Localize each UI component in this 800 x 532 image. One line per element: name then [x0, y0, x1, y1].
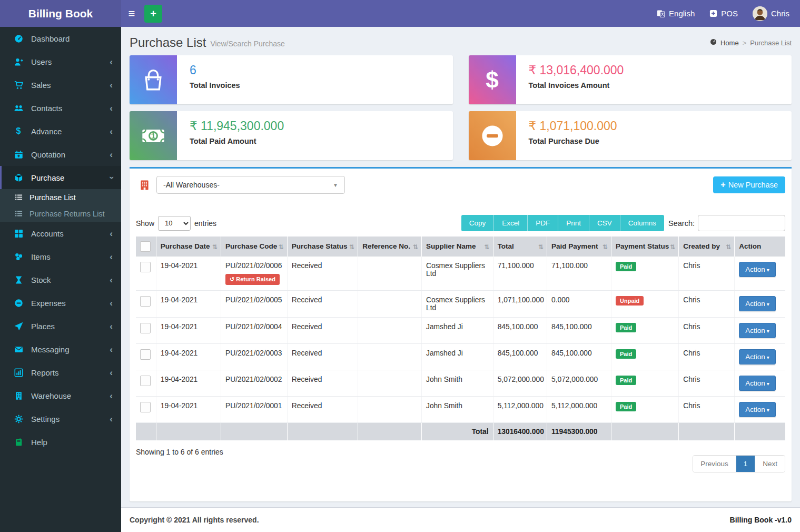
page-title: Purchase List: [130, 35, 206, 50]
select-all-checkbox[interactable]: [140, 241, 151, 252]
col-payment-status[interactable]: Payment Status⇅: [611, 237, 679, 257]
select-all-header[interactable]: [136, 237, 156, 257]
print-button[interactable]: Print: [558, 215, 589, 231]
action-button[interactable]: Action▾: [739, 376, 776, 391]
col-purchase-status[interactable]: Purchase Status⇅: [287, 237, 358, 257]
action-button[interactable]: Action▾: [739, 323, 776, 338]
pos-menu[interactable]: POS: [709, 9, 738, 18]
sidebar-item-label: Items: [31, 252, 51, 261]
row-checkbox[interactable]: [140, 376, 151, 386]
quick-add-button[interactable]: +: [144, 5, 162, 23]
cell-created-by: Chris: [679, 397, 735, 423]
calendar-plus-icon: [13, 150, 24, 159]
col-purchase-code[interactable]: Purchase Code⇅: [221, 237, 288, 257]
sidebar-subitem-label: Purchase Returns List: [29, 210, 105, 218]
row-checkbox[interactable]: [140, 402, 151, 412]
cell-reference-no: [358, 397, 422, 423]
row-checkbox[interactable]: [140, 296, 151, 307]
cell-action: Action▾: [735, 257, 785, 291]
sidebar-item-contacts[interactable]: Contacts ‹: [0, 96, 121, 120]
sidebar-item-sales[interactable]: Sales ‹: [0, 73, 121, 96]
sidebar-item-label: Users: [31, 57, 52, 66]
pdf-button[interactable]: PDF: [528, 215, 558, 231]
svg-text:1: 1: [151, 131, 156, 140]
cell-action: Action▾: [735, 291, 785, 318]
cell-total: 5,112,000.000: [493, 397, 547, 423]
col-total[interactable]: Total⇅: [493, 237, 547, 257]
sidebar-toggle-button[interactable]: ≡: [121, 7, 142, 21]
sort-icon: ⇅: [413, 242, 418, 252]
csv-button[interactable]: CSV: [589, 215, 620, 231]
sidebar-item-reports[interactable]: Reports ‹: [0, 361, 121, 384]
version-text: Billing Book -v1.0: [730, 516, 792, 524]
sidebar-item-quotation[interactable]: Quotation ‹: [0, 143, 121, 166]
export-buttons: Copy Excel PDF Print CSV Columns: [461, 215, 664, 231]
previous-page-button[interactable]: Previous: [693, 456, 736, 472]
copyright-text: Copyright © 2021 All rights reserved.: [130, 516, 259, 524]
select-caret-icon: ▼: [333, 182, 338, 188]
sidebar-subitem-purchase-returns-list[interactable]: Purchase Returns List: [0, 205, 121, 222]
action-button[interactable]: Action▾: [739, 262, 776, 277]
sidebar-item-help[interactable]: Help: [0, 430, 121, 454]
excel-button[interactable]: Excel: [494, 215, 528, 231]
sidebar-item-warehouse[interactable]: Warehouse ‹: [0, 384, 121, 407]
language-menu[interactable]: English: [657, 9, 695, 18]
columns-button[interactable]: Columns: [620, 215, 664, 231]
col-supplier-name[interactable]: Supplier Name⇅: [422, 237, 493, 257]
cell-total: 845,100.000: [493, 318, 547, 344]
page-number-button[interactable]: 1: [736, 456, 755, 472]
search-input[interactable]: [698, 215, 785, 231]
col-reference-no[interactable]: Reference No.⇅: [358, 237, 422, 257]
sidebar-item-purchase[interactable]: Purchase ‹: [0, 166, 121, 189]
cell-created-by: Chris: [679, 257, 735, 291]
cell-payment-status: Paid: [611, 370, 679, 397]
language-icon: [657, 9, 665, 18]
sidebar-subitem-purchase-list[interactable]: Purchase List: [0, 189, 121, 205]
sidebar-item-accounts[interactable]: Accounts ‹: [0, 222, 121, 245]
cell-purchase-status: Received: [287, 291, 358, 318]
sidebar-item-users[interactable]: Users ‹: [0, 50, 121, 73]
sidebar-item-label: Stock: [31, 275, 51, 284]
minus-circle-icon: [469, 111, 516, 160]
book-icon: [13, 438, 24, 447]
sidebar-item-label: Quotation: [31, 150, 65, 159]
sidebar-item-places[interactable]: Places ‹: [0, 314, 121, 338]
sort-icon: ⇅: [349, 242, 354, 252]
copy-button[interactable]: Copy: [461, 215, 495, 231]
table-row: 19-04-2021 PU/2021/02/0003 Received Jams…: [136, 344, 785, 370]
sort-icon: ⇅: [485, 242, 490, 252]
cell-reference-no: [358, 370, 422, 397]
sidebar-item-settings[interactable]: Settings ‹: [0, 407, 121, 430]
stat-card-total-purchase-due: ₹ 1,071,100.000 Total Purchase Due: [469, 111, 792, 160]
stat-label: Total Purchase Due: [529, 137, 617, 145]
sidebar-item-expenses[interactable]: Expenses ‹: [0, 291, 121, 314]
new-purchase-button[interactable]: + New Purchase: [713, 176, 785, 193]
col-paid-payment[interactable]: Paid Payment⇅: [547, 237, 611, 257]
cart-icon: [13, 81, 24, 90]
table-row: 19-04-2021 PU/2021/02/0005 Received Cosm…: [136, 291, 785, 318]
row-checkbox[interactable]: [140, 262, 151, 272]
sidebar-item-advance[interactable]: $ Advance ‹: [0, 120, 121, 143]
cell-payment-status: Paid: [611, 344, 679, 370]
row-checkbox[interactable]: [140, 323, 151, 333]
sidebar-item-dashboard[interactable]: Dashboard: [0, 27, 121, 50]
row-checkbox[interactable]: [140, 349, 151, 360]
envelope-icon: [13, 345, 24, 354]
sidebar-item-stock[interactable]: Stock ‹: [0, 268, 121, 291]
warehouse-filter-select[interactable]: -All Warehouses- ▼: [156, 176, 345, 194]
sort-icon: ⇅: [670, 242, 675, 252]
action-button[interactable]: Action▾: [739, 349, 776, 364]
col-purchase-date[interactable]: Purchase Date⇅: [156, 237, 221, 257]
col-created-by[interactable]: Created by⇅: [679, 237, 735, 257]
return-icon: ↺: [230, 276, 234, 282]
breadcrumb-home-link[interactable]: Home: [720, 39, 739, 47]
sidebar-item-items[interactable]: Items ‹: [0, 245, 121, 268]
sidebar-item-messaging[interactable]: Messaging ‹: [0, 338, 121, 361]
stat-value: ₹ 11,945,300.000: [190, 119, 284, 133]
page-size-select[interactable]: 10: [158, 216, 191, 231]
action-button[interactable]: Action▾: [739, 402, 776, 417]
building-icon: [13, 391, 24, 400]
user-menu[interactable]: Chris: [753, 6, 789, 21]
action-button[interactable]: Action▾: [739, 296, 776, 311]
next-page-button[interactable]: Next: [755, 456, 785, 472]
